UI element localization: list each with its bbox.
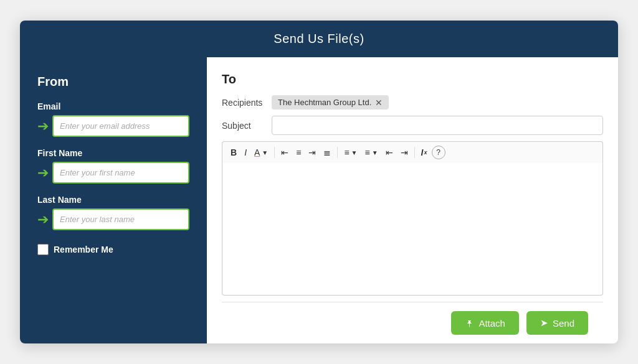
remove-recipient-button[interactable]: ✕ — [375, 98, 383, 107]
attach-icon: 🖈 — [465, 318, 474, 329]
recipient-name: The Hechtman Group Ltd. — [278, 98, 371, 107]
recipients-row: Recipients The Hechtman Group Ltd. ✕ — [222, 95, 603, 110]
lastname-arrow-icon: ➔ — [37, 213, 49, 226]
subject-input[interactable] — [272, 116, 603, 135]
align-left-button[interactable]: ⇤ — [278, 146, 292, 159]
modal-title: Send Us File(s) — [274, 32, 364, 45]
attach-label: Attach — [478, 318, 505, 329]
highlight-button[interactable]: A ▼ — [251, 146, 271, 159]
editor-wrapper: B I A ▼ ⇤ ≡ ⇥ ≣ ≡ ▼ — [222, 141, 603, 296]
highlight-icon: A — [254, 147, 260, 157]
firstname-row: ➔ — [37, 162, 189, 184]
editor-toolbar: B I A ▼ ⇤ ≡ ⇥ ≣ ≡ ▼ — [222, 141, 603, 163]
numbered-chevron-icon: ▼ — [372, 149, 378, 156]
from-section-title: From — [37, 75, 189, 89]
send-label: Send — [553, 318, 574, 329]
email-input[interactable] — [52, 115, 189, 137]
align-right-button[interactable]: ⇥ — [305, 146, 319, 159]
align-center-button[interactable]: ≡ — [293, 146, 304, 159]
left-panel: From Email ➔ First Name ➔ Last Name ➔ Re… — [20, 57, 207, 343]
send-button[interactable]: ➤ Send — [526, 311, 588, 335]
firstname-label: First Name — [37, 148, 189, 158]
numbered-list-button[interactable]: ≡ ▼ — [362, 146, 381, 159]
lastname-label: Last Name — [37, 195, 189, 205]
email-label: Email — [37, 101, 189, 111]
lastname-row: ➔ — [37, 208, 189, 230]
to-section-title: To — [222, 72, 603, 86]
remember-me-checkbox[interactable] — [37, 244, 49, 255]
bullet-list-button[interactable]: ≡ ▼ — [341, 146, 360, 159]
lastname-input[interactable] — [52, 208, 189, 230]
help-button[interactable]: ? — [432, 146, 445, 159]
recipient-tag: The Hechtman Group Ltd. ✕ — [272, 95, 389, 110]
send-icon: ➤ — [540, 317, 548, 329]
highlight-chevron-icon: ▼ — [262, 149, 268, 156]
firstname-arrow-icon: ➔ — [37, 166, 49, 180]
bullet-chevron-icon: ▼ — [351, 149, 358, 156]
toolbar-sep-1 — [274, 147, 275, 158]
modal-header: Send Us File(s) — [20, 21, 618, 57]
email-row: ➔ — [37, 115, 189, 137]
remember-me-row: Remember Me — [37, 244, 189, 255]
toolbar-sep-3 — [414, 147, 415, 158]
remember-me-label: Remember Me — [54, 245, 113, 254]
justify-button[interactable]: ≣ — [320, 146, 334, 159]
subject-row: Subject — [222, 116, 603, 135]
firstname-input[interactable] — [52, 162, 189, 184]
italic-button[interactable]: I — [241, 146, 250, 159]
bullet-list-icon: ≡ — [344, 147, 349, 157]
outdent-button[interactable]: ⇤ — [383, 146, 396, 159]
numbered-list-icon: ≡ — [365, 147, 370, 157]
toolbar-sep-2 — [337, 147, 338, 158]
right-panel: To Recipients The Hechtman Group Ltd. ✕ … — [207, 57, 618, 343]
recipients-key: Recipients — [222, 98, 265, 108]
modal-body: From Email ➔ First Name ➔ Last Name ➔ Re… — [20, 57, 618, 343]
subject-key: Subject — [222, 121, 265, 131]
bold-button[interactable]: B — [227, 146, 240, 159]
clear-format-button[interactable]: Ix — [418, 146, 431, 159]
email-arrow-icon: ➔ — [37, 119, 49, 133]
message-editor[interactable] — [222, 163, 603, 296]
send-files-modal: Send Us File(s) From Email ➔ First Name … — [20, 21, 618, 343]
bottom-bar: 🖈 Attach ➤ Send — [222, 302, 603, 343]
attach-button[interactable]: 🖈 Attach — [451, 311, 519, 335]
indent-button[interactable]: ⇥ — [398, 146, 411, 159]
